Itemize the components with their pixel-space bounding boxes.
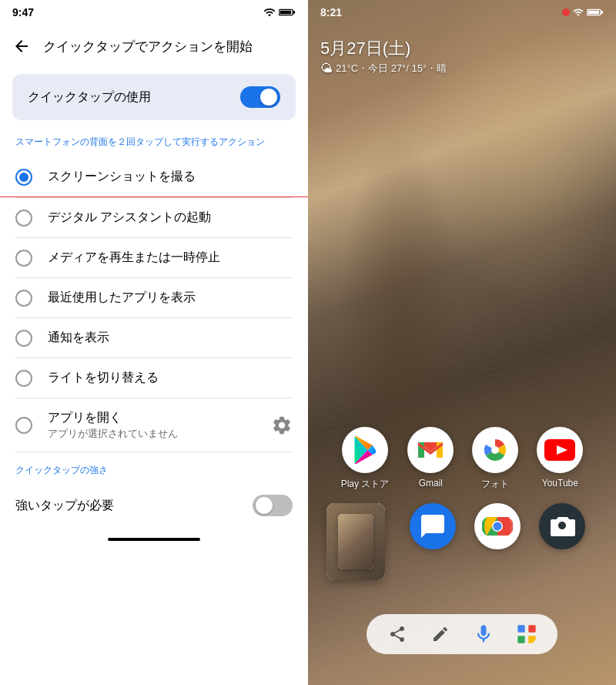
- phone-preview-inner: [326, 503, 385, 580]
- radio-label-open-app: アプリを開く: [48, 409, 178, 426]
- page-title: クイックタップでアクションを開始: [43, 38, 296, 55]
- app-camera[interactable]: [539, 503, 585, 580]
- gmail-label: Gmail: [419, 478, 443, 489]
- right-battery-icon: [587, 7, 604, 18]
- app-gmail[interactable]: Gmail: [407, 427, 454, 491]
- edit-dock-icon[interactable]: [428, 622, 453, 646]
- radio-text-open-app: アプリを開く アプリが選択されていません: [48, 409, 178, 441]
- back-arrow-icon: [12, 37, 31, 55]
- weather-icon: 🌤: [320, 62, 333, 76]
- radio-label-notifications: 通知を表示: [48, 329, 109, 346]
- quick-tap-toggle[interactable]: [240, 86, 280, 108]
- playstore-label: Play ストア: [341, 478, 390, 491]
- gear-button[interactable]: [271, 415, 293, 436]
- page-header: クイックタップでアクションを開始: [0, 25, 308, 71]
- left-status-icons: [263, 6, 296, 18]
- date-display: 5月27日(土): [320, 37, 447, 60]
- left-status-bar: 9:47: [0, 0, 308, 25]
- radio-text-screenshot: スクリーンショットを撮る: [48, 168, 196, 185]
- radio-label-recents: 最近使用したアプリを表示: [48, 289, 196, 306]
- radio-circle-recents: [15, 290, 32, 307]
- app-playstore[interactable]: Play ストア: [341, 427, 390, 491]
- radio-item-flashlight[interactable]: ライトを切り替える: [0, 358, 308, 398]
- camera-logo: [549, 515, 575, 537]
- svg-rect-2: [280, 11, 291, 15]
- edit-icon: [431, 625, 450, 643]
- svg-point-13: [494, 522, 502, 531]
- radio-label-media: メディアを再生または一時停止: [48, 249, 220, 266]
- photos-logo: [481, 436, 509, 464]
- weather-text: 21°C・今日 27°/ 15°・晴: [336, 62, 447, 76]
- battery-icon: [279, 6, 296, 18]
- phone-preview: [326, 503, 385, 580]
- gmail-logo: [417, 439, 444, 461]
- svg-rect-16: [517, 636, 524, 643]
- radio-sublabel-open-app: アプリが選択されていません: [48, 428, 178, 441]
- svg-rect-14: [517, 625, 524, 632]
- radio-text-flashlight: ライトを切り替える: [48, 369, 159, 386]
- svg-rect-5: [588, 11, 599, 15]
- lens-dock-icon[interactable]: [514, 622, 539, 646]
- youtube-logo: [544, 439, 575, 461]
- playstore-logo: [351, 436, 379, 464]
- lens-icon: [516, 623, 537, 645]
- app-row-2: [308, 503, 616, 580]
- right-status-bar: 8:21: [308, 0, 616, 25]
- bottom-nav-indicator: [108, 538, 200, 541]
- action-radio-list: スクリーンショットを撮る デジタル アシスタントの起動 メディアを再生または一時…: [0, 157, 308, 452]
- chrome-logo: [482, 511, 513, 542]
- radio-item-assistant[interactable]: デジタル アシスタントの起動: [0, 198, 308, 237]
- section-description: スマートフォンの背面を２回タップして実行するアクション: [0, 133, 308, 157]
- date-widget: 5月27日(土) 🌤 21°C・今日 27°/ 15°・晴: [320, 37, 447, 76]
- recording-indicator: [562, 8, 570, 16]
- quick-tap-toggle-section: クイックタップの使用: [12, 74, 296, 120]
- bottom-section-label: クイックタップの強さ: [15, 465, 293, 476]
- mic-dock-icon[interactable]: [471, 622, 496, 646]
- radio-circle-open-app: [15, 417, 32, 434]
- quick-tap-toggle-label: クイックタップの使用: [28, 89, 151, 106]
- radio-item-recents[interactable]: 最近使用したアプリを表示: [0, 278, 308, 317]
- radio-item-open-app[interactable]: アプリを開く アプリが選択されていません: [0, 398, 308, 452]
- left-time: 9:47: [12, 6, 34, 18]
- right-panel: 8:21 5月27日(土) 🌤 21°C・今日 27°/ 15°・晴: [308, 0, 616, 685]
- radio-text-media: メディアを再生または一時停止: [48, 249, 220, 266]
- strong-tap-toggle[interactable]: [253, 495, 293, 516]
- radio-text-recents: 最近使用したアプリを表示: [48, 289, 196, 306]
- back-button[interactable]: [6, 31, 37, 62]
- phone-screen: [338, 514, 373, 569]
- radio-circle-media: [15, 250, 32, 267]
- svg-rect-1: [293, 11, 295, 14]
- svg-point-8: [491, 446, 499, 454]
- app-youtube[interactable]: YouTube: [537, 427, 583, 491]
- right-status-icons: [562, 7, 604, 18]
- bottom-section: クイックタップの強さ 強いタップが必要: [0, 452, 308, 526]
- radio-circle-notifications: [15, 330, 32, 347]
- right-time: 8:21: [320, 6, 342, 18]
- photos-label: フォト: [481, 478, 509, 491]
- right-wifi-icon: [573, 7, 584, 18]
- svg-rect-4: [601, 11, 603, 14]
- share-dock-icon[interactable]: [385, 622, 410, 646]
- radio-label-screenshot: スクリーンショットを撮る: [48, 168, 196, 185]
- radio-circle-assistant: [15, 210, 32, 227]
- radio-item-screenshot[interactable]: スクリーンショットを撮る: [0, 157, 308, 197]
- wifi-icon: [263, 6, 276, 18]
- app-photos[interactable]: フォト: [472, 427, 518, 491]
- radio-label-assistant: デジタル アシスタントの起動: [48, 209, 211, 226]
- radio-item-notifications[interactable]: 通知を表示: [0, 318, 308, 358]
- radio-text-notifications: 通知を表示: [48, 329, 109, 346]
- app-messages[interactable]: [410, 503, 456, 580]
- phone-screen-content: [338, 514, 373, 569]
- left-panel: 9:47 クイックタップでアクションを開始 クイックタップの使用 スマート: [0, 0, 308, 685]
- gmail-icon: [407, 427, 454, 473]
- svg-point-17: [530, 637, 535, 643]
- bottom-dock: [367, 614, 557, 654]
- strong-tap-row: 強いタップが必要: [15, 485, 293, 526]
- strong-tap-label: 強いタップが必要: [15, 498, 114, 514]
- share-icon: [388, 625, 407, 643]
- radio-item-media[interactable]: メディアを再生または一時停止: [0, 238, 308, 277]
- photos-icon: [472, 427, 518, 473]
- app-chrome[interactable]: [474, 503, 521, 580]
- messages-logo: [419, 512, 447, 540]
- chrome-icon: [474, 503, 521, 549]
